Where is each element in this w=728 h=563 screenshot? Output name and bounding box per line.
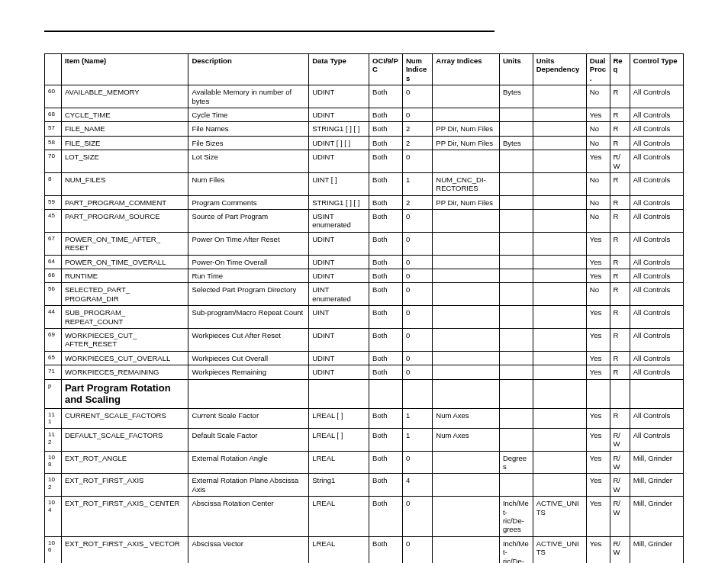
cell-desc: Abscissa Rotation Center [188, 497, 309, 537]
cell-dual: Yes [586, 497, 610, 537]
cell-num: 65 [45, 351, 62, 365]
table-row: 66RUNTIMERun TimeUDINTBoth0YesRAll Contr… [45, 269, 684, 283]
cell-units [499, 283, 533, 306]
cell-udep [533, 428, 586, 451]
table-row: 59PART_PROGRAM_COMMENTProgram CommentsST… [45, 195, 684, 209]
cell-ctl: All Controls [630, 283, 683, 306]
cell-ctl: All Controls [630, 269, 683, 283]
cell-num: 66 [45, 269, 62, 283]
cell-ctl: All Controls [630, 210, 683, 233]
cell-num: 60 [45, 85, 62, 108]
cell-units [499, 255, 533, 269]
table-row: 58FILE_SIZEFile SizesUDINT [ ] [ ]Both2P… [45, 136, 684, 150]
cell-arr [433, 232, 500, 255]
cell-dtype: UDINT [309, 255, 369, 269]
cell-dtype: UINT [ ] [309, 172, 369, 195]
cell-arr [433, 451, 500, 474]
cell-req: R [610, 351, 630, 365]
cell-arr [433, 255, 500, 269]
col-arr: Array Indices [433, 54, 500, 85]
cell-arr: NUM_CNC_DI- RECTORIES [433, 172, 500, 195]
cell-units: Inch/Met- ric/De- grees [499, 497, 533, 537]
cell-dual: Yes [586, 451, 610, 474]
cell-udep [533, 136, 586, 150]
col-num [45, 54, 62, 85]
cell-dtype: String1 [309, 474, 369, 497]
cell-udep [533, 269, 586, 283]
cell-arr [433, 365, 500, 379]
cell-item: WORKPIECES_REMAINING [61, 365, 188, 379]
cell-desc: File Names [188, 122, 309, 136]
cell-num: 57 [45, 122, 62, 136]
cell-dual: No [586, 136, 610, 150]
cell-udep [533, 172, 586, 195]
cell-num: 56 [45, 283, 62, 306]
cell-nidx: 0 [402, 210, 432, 233]
cell-dual: Yes [586, 365, 610, 379]
cell-arr: PP Dir, Num Files [433, 122, 500, 136]
cell-item: PART_PROGRAM_SOURCE [61, 210, 188, 233]
cell-dual: Yes [586, 328, 610, 351]
cell-ctl: All Controls [630, 328, 683, 351]
cell-nidx: 2 [402, 136, 432, 150]
cell-oci: Both [369, 150, 403, 173]
cell-item: CURRENT_SCALE_FACTORS [61, 408, 188, 428]
cell-oci: Both [369, 195, 403, 209]
cell-desc: Workpieces Remaining [188, 365, 309, 379]
cell-item: EXT_ROT_ANGLE [61, 451, 188, 474]
cell-dtype: UDINT [309, 269, 369, 283]
cell-ctl: Mill, Grinder [630, 474, 683, 497]
cell-num: 67 [45, 232, 62, 255]
cell-dual: No [586, 122, 610, 136]
cell-oci: Both [369, 451, 403, 474]
cell-item: SUB_PROGRAM_ REPEAT_COUNT [61, 306, 188, 329]
section-num: p [45, 379, 62, 408]
cell-dtype: UDINT [309, 108, 369, 121]
col-oci: OCI/9/PC [369, 54, 403, 85]
table-row: 8NUM_FILESNum FilesUINT [ ]Both1NUM_CNC_… [45, 172, 684, 195]
cell-req: R [610, 269, 630, 283]
cell-units [499, 172, 533, 195]
col-units: Units [499, 54, 533, 85]
cell-dual: Yes [586, 306, 610, 329]
cell-udep [533, 210, 586, 233]
cell-arr [433, 474, 500, 497]
col-desc: Description [188, 54, 309, 85]
cell-units [499, 150, 533, 173]
cell-dual: No [586, 210, 610, 233]
cell-arr [433, 108, 500, 121]
cell-dual: Yes [586, 255, 610, 269]
cell-dtype: UDINT [309, 85, 369, 108]
cell-item: EXT_ROT_FIRST_AXIS_ VECTOR [61, 536, 188, 563]
cell-oci: Both [369, 172, 403, 195]
cell-ctl: All Controls [630, 351, 683, 365]
cell-ctl: All Controls [630, 408, 683, 428]
col-dual: Dual Proc. [586, 54, 610, 85]
cell-num: 58 [45, 136, 62, 150]
cell-udep [533, 195, 586, 209]
cell-ctl: All Controls [630, 85, 683, 108]
cell-ctl: All Controls [630, 365, 683, 379]
cell-nidx: 4 [402, 474, 432, 497]
cell-oci: Both [369, 536, 403, 563]
cell-desc: Power On Time After Reset [188, 232, 309, 255]
cell-dtype: LREAL [ ] [309, 428, 369, 451]
cell-dual: Yes [586, 536, 610, 563]
cell-req: R [610, 255, 630, 269]
table-row: 56SELECTED_PART_ PROGRAM_DIRSelected Par… [45, 283, 684, 306]
cell-nidx: 0 [402, 365, 432, 379]
cell-arr [433, 351, 500, 365]
cell-item: EXT_ROT_FIRST_AXIS_ CENTER [61, 497, 188, 537]
cell-dtype: UINT [309, 306, 369, 329]
cell-nidx: 0 [402, 351, 432, 365]
cell-ctl: All Controls [630, 232, 683, 255]
cell-req: R [610, 328, 630, 351]
cell-nidx: 2 [402, 122, 432, 136]
cell-units [499, 269, 533, 283]
cell-desc: Available Memory in number of bytes [188, 85, 309, 108]
table-row: 70LOT_SIZELot SizeUDINTBoth0YesR/WAll Co… [45, 150, 684, 173]
cell-arr [433, 283, 500, 306]
cell-oci: Both [369, 85, 403, 108]
cell-units [499, 328, 533, 351]
cell-oci: Both [369, 428, 403, 451]
